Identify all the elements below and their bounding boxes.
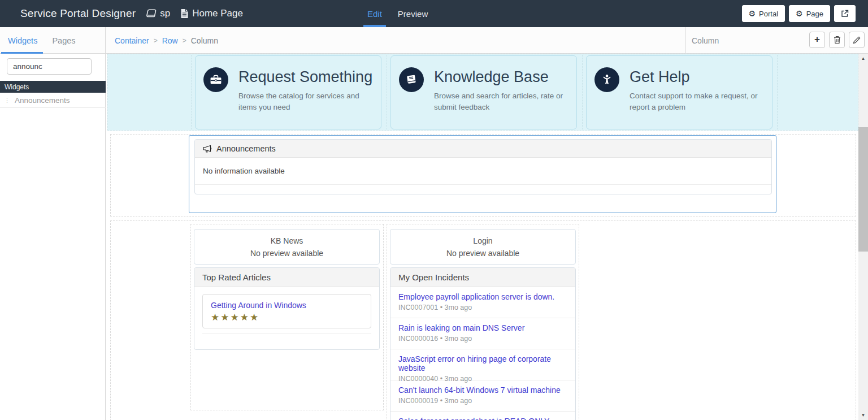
announcements-header: Announcements: [195, 140, 771, 158]
portal-scope-chip[interactable]: sp: [146, 8, 170, 19]
current-page-label: Home Page: [192, 8, 243, 19]
hero-column-2[interactable]: Knowledge Base Browse and search for art…: [387, 55, 582, 129]
sidebar-tab-pages[interactable]: Pages: [52, 36, 75, 45]
top-rated-articles-widget[interactable]: Top Rated Articles Getting Around in Win…: [194, 267, 380, 350]
hero-column-3[interactable]: Get Help Contact support to make a reque…: [582, 55, 778, 129]
kb-news-widget[interactable]: KB News No preview available: [194, 229, 380, 265]
widget-item-label: Announcements: [15, 96, 70, 105]
tab-edit[interactable]: Edit: [367, 0, 382, 27]
widget-search-input[interactable]: [7, 58, 92, 75]
widgets-section-header: Widgets: [0, 81, 106, 93]
designer-toolbar: Widgets Pages Container > Row > Column C…: [0, 27, 868, 54]
book-icon: [399, 67, 424, 92]
card-text: Get Help Contact support to make a reque…: [619, 67, 772, 129]
card-title: Get Help: [630, 68, 766, 86]
incident-link[interactable]: Sales forecast spreadsheet is READ ONLY: [398, 417, 567, 420]
incident-link[interactable]: Can't launch 64-bit Windows 7 virtual ma…: [398, 386, 567, 395]
breadcrumb-column: Column: [191, 36, 218, 45]
selected-element-label: Column: [692, 36, 719, 45]
card-title: Request Something: [238, 68, 375, 86]
page-settings-label: Page: [806, 10, 823, 18]
pencil-icon: [853, 36, 861, 44]
kb-news-title: KB News: [271, 236, 303, 245]
incident-link[interactable]: Employee payroll application server is d…: [398, 292, 567, 301]
top-bar: Service Portal Designer sp Home Page Edi…: [0, 0, 868, 27]
hero-column-1[interactable]: Request Something Browse the catalog for…: [191, 55, 387, 129]
article-card[interactable]: Getting Around in Windows ★★★★★: [202, 294, 371, 328]
incident-row[interactable]: Sales forecast spreadsheet is READ ONLY: [390, 412, 575, 420]
add-button[interactable]: +: [809, 32, 825, 48]
login-widget[interactable]: Login No preview available: [390, 229, 576, 265]
incident-row[interactable]: Can't launch 64-bit Windows 7 virtual ma…: [390, 380, 575, 412]
portal-settings-button[interactable]: ⚙ Portal: [742, 5, 785, 22]
sidebar-tab-widgets[interactable]: Widgets: [8, 36, 37, 45]
top-rated-header: Top Rated Articles: [194, 268, 379, 287]
sidebar-tabs: Widgets Pages: [0, 27, 106, 54]
selected-element-area: Column: [685, 27, 807, 54]
top-bar-actions: ⚙ Portal ⚙ Page: [742, 0, 856, 27]
vertical-scrollbar[interactable]: ▲ ▼: [858, 54, 868, 420]
incident-row[interactable]: JavaScript error on hiring page of corpo…: [390, 349, 575, 380]
toolbar-buttons: +: [809, 32, 865, 48]
card-title: Knowledge Base: [434, 68, 571, 86]
incident-row[interactable]: Employee payroll application server is d…: [390, 287, 575, 318]
delete-button[interactable]: [829, 32, 845, 48]
announcements-title: Announcements: [216, 144, 276, 153]
widget-list-item-announcements[interactable]: ⋮ Announcements: [0, 93, 106, 108]
card-text: Knowledge Base Browse and search for art…: [424, 67, 576, 129]
drag-handle-icon: ⋮: [4, 97, 10, 104]
announcements-footer: [195, 185, 771, 194]
breadcrumb-row[interactable]: Row: [162, 36, 178, 45]
person-icon: [594, 67, 619, 92]
scroll-down-icon[interactable]: ▼: [858, 410, 868, 420]
incidents-header: My Open Incidents: [390, 268, 575, 287]
star-rating: ★★★★★: [211, 313, 363, 322]
knowledge-base-card[interactable]: Knowledge Base Browse and search for art…: [390, 55, 577, 129]
top-bar-left: Service Portal Designer sp Home Page: [0, 7, 243, 20]
incident-link[interactable]: Rain is leaking on main DNS Server: [398, 323, 567, 332]
gear-icon: ⚙: [796, 10, 803, 18]
announcements-widget[interactable]: Announcements No information available: [194, 139, 772, 194]
card-description: Contact support to make a request, or re…: [630, 90, 766, 112]
request-something-card[interactable]: Request Something Browse the catalog for…: [195, 55, 381, 129]
incident-row[interactable]: Rain is leaking on main DNS Server INC00…: [390, 318, 575, 349]
incident-meta: INC0007001 • 3mo ago: [398, 304, 567, 311]
my-open-incidents-widget[interactable]: My Open Incidents Employee payroll appli…: [390, 267, 576, 420]
trash-icon: [834, 36, 841, 44]
top-rated-footer: [202, 334, 371, 345]
selected-column[interactable]: Announcements No information available: [189, 135, 776, 213]
current-page-chip[interactable]: Home Page: [180, 8, 243, 19]
login-subtitle: No preview available: [446, 249, 519, 258]
open-in-new-tab-button[interactable]: [834, 5, 856, 22]
breadcrumb: Container > Row > Column: [115, 27, 218, 54]
incident-meta: INC0000019 • 3mo ago: [398, 397, 567, 405]
external-link-icon: [841, 10, 849, 18]
card-text: Request Something Browse the catalog for…: [228, 67, 381, 129]
scroll-up-icon[interactable]: ▲: [858, 54, 868, 63]
top-rated-body: Getting Around in Windows ★★★★★: [194, 287, 379, 350]
incident-link[interactable]: JavaScript error on hiring page of corpo…: [398, 354, 567, 373]
incident-meta: INC0000016 • 3mo ago: [398, 335, 567, 343]
gear-icon: ⚙: [749, 10, 756, 18]
widget-sidebar: Widgets ⋮ Announcements: [0, 54, 106, 420]
page-icon: [180, 8, 189, 19]
page-canvas: Request Something Browse the catalog for…: [106, 54, 858, 420]
scrollbar-thumb[interactable]: [858, 127, 868, 252]
announcements-empty-text: No information available: [195, 158, 771, 185]
plus-icon: +: [814, 34, 820, 45]
card-description: Browse and search for articles, rate or …: [434, 90, 571, 112]
login-title: Login: [473, 236, 492, 245]
briefcase-icon: [203, 67, 228, 92]
tab-preview[interactable]: Preview: [398, 0, 428, 27]
page-settings-button[interactable]: ⚙ Page: [789, 5, 830, 22]
hero-row[interactable]: Request Something Browse the catalog for…: [107, 54, 858, 131]
breadcrumb-separator: >: [154, 37, 158, 45]
article-link[interactable]: Getting Around in Windows: [211, 301, 306, 310]
breadcrumb-container[interactable]: Container: [115, 36, 149, 45]
edit-button[interactable]: [849, 32, 865, 48]
portal-settings-label: Portal: [759, 10, 778, 18]
portal-scope-label: sp: [160, 8, 170, 19]
get-help-card[interactable]: Get Help Contact support to make a reque…: [586, 55, 772, 129]
breadcrumb-separator: >: [183, 37, 186, 45]
megaphone-icon: [203, 145, 212, 153]
